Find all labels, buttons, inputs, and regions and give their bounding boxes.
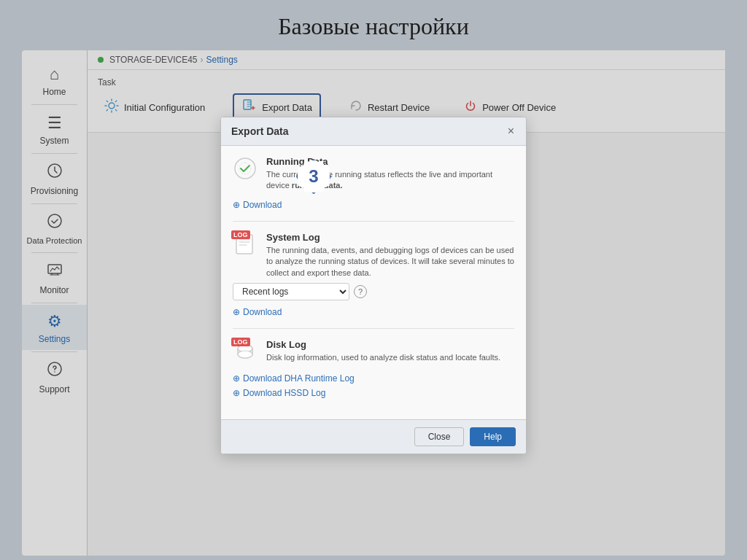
system-log-section: LOG System Log The running data, events,… <box>233 232 514 329</box>
running-data-header: Running Data The current device running … <box>233 156 514 192</box>
system-log-title: System Log <box>266 232 514 243</box>
download-icon: ⊕ <box>233 307 240 317</box>
svg-point-6 <box>235 158 255 179</box>
system-log-download-link[interactable]: ⊕ Download <box>233 307 282 317</box>
running-data-icon <box>233 163 258 185</box>
modal-overlay: Export Data × <box>0 0 747 560</box>
download-dha-link[interactable]: ⊕ Download DHA Runtime Log <box>233 373 355 384</box>
disk-log-desc: Disk log information, used to analyze di… <box>266 352 500 363</box>
running-data-desc: The current device running status reflec… <box>266 169 514 192</box>
log-type-select[interactable]: Recent logs All logs Custom range <box>233 283 349 300</box>
system-log-text: System Log The running data, events, and… <box>266 232 514 279</box>
close-button[interactable]: Close <box>414 427 465 446</box>
help-button[interactable]: Help <box>470 427 516 446</box>
system-log-desc: The running data, events, and debugging … <box>266 245 514 279</box>
system-log-icon-wrapper: LOG <box>233 232 259 258</box>
log-badge-disk: LOG <box>231 338 250 346</box>
export-data-modal: Export Data × <box>220 117 527 454</box>
running-data-icon-wrapper <box>233 156 259 182</box>
running-data-section: Running Data The current device running … <box>233 156 514 222</box>
modal-body: Running Data The current device running … <box>221 146 526 419</box>
download-icon: ⊕ <box>233 388 240 398</box>
disk-log-text: Disk Log Disk log information, used to a… <box>266 339 500 363</box>
download-label: Download <box>243 307 282 317</box>
modal-title: Export Data <box>231 125 289 137</box>
download-hssd-link[interactable]: ⊕ Download HSSD Log <box>233 388 325 398</box>
log-badge: LOG <box>231 230 250 239</box>
running-data-title: Running Data <box>266 156 514 167</box>
disk-log-section: LOG Disk Log Disk log information, used … <box>233 339 514 409</box>
download-dha-label: Download DHA Runtime Log <box>243 373 355 384</box>
modal-close-button[interactable]: × <box>506 125 516 138</box>
download-label: Download <box>243 200 282 210</box>
disk-log-header: LOG Disk Log Disk log information, used … <box>233 339 514 365</box>
download-hssd-label: Download HSSD Log <box>243 388 325 398</box>
running-data-download-link[interactable]: ⊕ Download <box>233 200 282 210</box>
running-data-text: Running Data The current device running … <box>266 156 514 192</box>
disk-log-icon-wrapper: LOG <box>233 339 259 365</box>
download-icon: ⊕ <box>233 373 240 384</box>
dropdown-row: Recent logs All logs Custom range ? <box>233 283 514 300</box>
download-icon: ⊕ <box>233 200 240 210</box>
svg-point-9 <box>238 351 252 358</box>
modal-header: Export Data × <box>221 117 526 146</box>
help-icon-button[interactable]: ? <box>354 285 367 298</box>
system-log-header: LOG System Log The running data, events,… <box>233 232 514 279</box>
modal-footer: Close Help <box>221 419 526 454</box>
disk-log-title: Disk Log <box>266 339 500 350</box>
